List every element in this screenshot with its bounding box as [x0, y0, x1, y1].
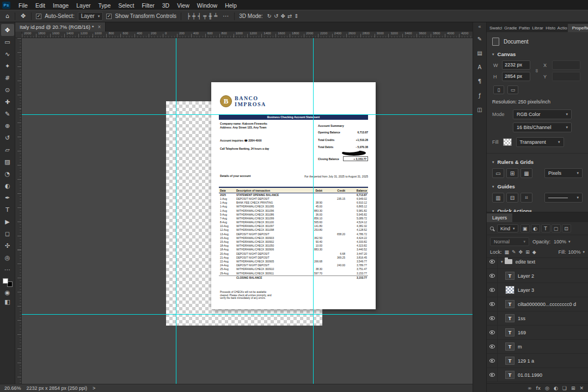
menu-type[interactable]: Type: [94, 2, 114, 9]
brush-settings-icon[interactable]: ✎: [474, 34, 485, 44]
visibility-toggle[interactable]: [487, 368, 498, 382]
clone-source-icon[interactable]: ▤: [474, 48, 485, 58]
glyphs-panel-icon[interactable]: ƒ: [474, 91, 485, 100]
panel-tab-gradients[interactable]: Gradients: [503, 24, 517, 32]
close-tab-icon[interactable]: ×: [97, 24, 101, 30]
orientation-portrait-icon[interactable]: ▯: [493, 85, 504, 94]
lasso-tool[interactable]: ∿: [1, 48, 14, 60]
move-tool[interactable]: ✥: [1, 24, 14, 36]
statement-document[interactable]: B BANCO IMPROSA Business Checking Accoun…: [211, 82, 376, 309]
fill-swatch[interactable]: [503, 138, 512, 146]
visibility-toggle[interactable]: [487, 326, 498, 339]
screen-mode-icon[interactable]: ◧: [4, 297, 10, 307]
text-layer-thumbnail[interactable]: T: [505, 314, 514, 322]
menu-image[interactable]: Image: [49, 2, 72, 9]
character-panel-icon[interactable]: A: [474, 63, 485, 72]
height-field[interactable]: 2854 px: [502, 72, 530, 81]
align-left-icon[interactable]: ╞: [186, 13, 191, 19]
healing-brush-tool[interactable]: ✚: [1, 96, 14, 108]
visibility-toggle[interactable]: [487, 297, 498, 311]
lock-all-icon[interactable]: ◆: [532, 249, 537, 255]
rulers-grids-section-header[interactable]: ▾ Rulers & Grids: [492, 159, 583, 165]
menu-select[interactable]: Select: [114, 2, 138, 9]
gradient-tool[interactable]: ▨: [1, 156, 14, 168]
align-center-horizontal-icon[interactable]: ╪: [191, 13, 197, 19]
guide-vertical-1[interactable]: [176, 38, 176, 384]
edit-toolbar-icon[interactable]: ⋯: [1, 264, 14, 275]
lock-pixels-icon[interactable]: ✎: [511, 249, 517, 255]
new-group-icon[interactable]: ❏: [562, 385, 567, 391]
delete-layer-icon[interactable]: ✕: [579, 385, 584, 391]
menu-3d[interactable]: 3D: [158, 2, 173, 9]
lock-transparency-icon[interactable]: ▦: [504, 249, 510, 255]
dodge-tool[interactable]: ◐: [1, 180, 14, 192]
status-expand-icon[interactable]: >: [93, 385, 95, 391]
opacity-dropdown[interactable]: 100% ▾: [554, 239, 571, 244]
layer-fill-dropdown[interactable]: 100% ▾: [568, 249, 585, 255]
align-bottom-icon[interactable]: ╧: [213, 13, 218, 19]
guides-section-header[interactable]: ▾ Guides: [492, 183, 583, 189]
adjustment-layer-icon[interactable]: ◐: [554, 385, 558, 391]
align-middle-icon[interactable]: ╫: [207, 13, 213, 19]
eraser-tool[interactable]: ▱: [1, 144, 14, 156]
visibility-toggle[interactable]: [487, 354, 498, 367]
filter-type-layers-icon[interactable]: T: [541, 224, 550, 232]
link-layers-icon[interactable]: ∞: [528, 385, 532, 391]
eyedropper-tool[interactable]: ⊙: [1, 84, 14, 96]
clone-stamp-tool[interactable]: ⊕: [1, 120, 14, 132]
panel-tab-patterns[interactable]: Patterns: [517, 24, 530, 32]
kind-filter-dropdown[interactable]: Kind ▾: [497, 224, 518, 232]
snap-toggle-icon[interactable]: ▦: [520, 168, 532, 178]
3d-slide-icon[interactable]: ⇄: [286, 13, 293, 19]
quick-mask-icon[interactable]: ◉: [5, 288, 10, 297]
panel-tab-libraries[interactable]: Libraries: [530, 24, 543, 32]
menu-edit[interactable]: Edit: [32, 2, 49, 9]
shape-tool[interactable]: ◻: [1, 228, 14, 240]
3d-scale-icon[interactable]: ⇕: [293, 13, 299, 19]
auto-select-checkbox[interactable]: ✓: [36, 14, 41, 19]
text-layer-thumbnail[interactable]: T: [505, 300, 514, 308]
type-tool[interactable]: T: [1, 204, 14, 216]
filter-pixel-layers-icon[interactable]: ▣: [520, 224, 530, 232]
grid-toggle-icon[interactable]: ⊞: [506, 168, 518, 178]
menu-filter[interactable]: Filter: [138, 2, 158, 9]
history-brush-tool[interactable]: ↺: [1, 132, 14, 144]
filter-adjustment-layers-icon[interactable]: ◐: [531, 224, 540, 232]
zoom-level[interactable]: 20.66%: [4, 385, 21, 391]
adjustments-panel-icon[interactable]: ◫: [474, 105, 485, 114]
clear-guides-icon[interactable]: ⌗: [520, 193, 532, 203]
layer-row-169[interactable]: T169: [487, 326, 588, 340]
align-top-icon[interactable]: ╤: [202, 13, 207, 19]
collapse-panels-icon[interactable]: »: [584, 24, 586, 29]
quick-actions-section-header[interactable]: ▾ Quick Actions: [492, 208, 583, 212]
filter-shape-layers-icon[interactable]: ▢: [552, 224, 561, 232]
add-mask-icon[interactable]: ◎: [545, 385, 549, 391]
document-tab[interactable]: Italy id.psd @ 20.7% (RGB/16) * ×: [15, 22, 106, 32]
current-tool-icon[interactable]: ✥: [20, 13, 27, 20]
guide-horizontal-2[interactable]: [22, 314, 473, 315]
canvas[interactable]: B BANCO IMPROSA Business Checking Accoun…: [22, 38, 473, 384]
text-layer-thumbnail[interactable]: T: [505, 371, 514, 379]
3d-roll-icon[interactable]: ↺: [273, 13, 279, 19]
more-options-icon[interactable]: ⋯: [222, 13, 230, 20]
layer-row-layer-3[interactable]: Layer 3: [487, 283, 588, 297]
pen-tool[interactable]: ✒: [1, 192, 14, 204]
guide-vertical-2[interactable]: [313, 38, 314, 384]
marquee-tool[interactable]: ▭: [1, 36, 14, 48]
layer-row-edite-text[interactable]: ▾edite text: [487, 255, 588, 269]
fill-dropdown[interactable]: Transparent ▾: [516, 137, 564, 147]
expand-panels-icon[interactable]: «: [478, 24, 481, 29]
panel-tab-actions[interactable]: Actions: [556, 24, 567, 32]
quick-selection-tool[interactable]: ✦: [1, 60, 14, 72]
menu-window[interactable]: Window: [193, 2, 221, 9]
add-guide-icon[interactable]: ▥: [492, 193, 504, 203]
orientation-landscape-icon[interactable]: ▭: [507, 85, 518, 94]
filter-smart-objects-icon[interactable]: ⊡: [562, 224, 571, 232]
brush-tool[interactable]: ✎: [1, 108, 14, 120]
guide-style-dropdown[interactable]: ▾: [544, 193, 583, 203]
layer-thumbnail[interactable]: [505, 286, 514, 294]
text-layer-thumbnail[interactable]: T: [505, 272, 514, 280]
width-field[interactable]: 2232 px: [502, 60, 530, 70]
bit-depth-dropdown[interactable]: 16 Bits/Channel ▾: [513, 122, 572, 132]
visibility-toggle[interactable]: [487, 311, 498, 325]
